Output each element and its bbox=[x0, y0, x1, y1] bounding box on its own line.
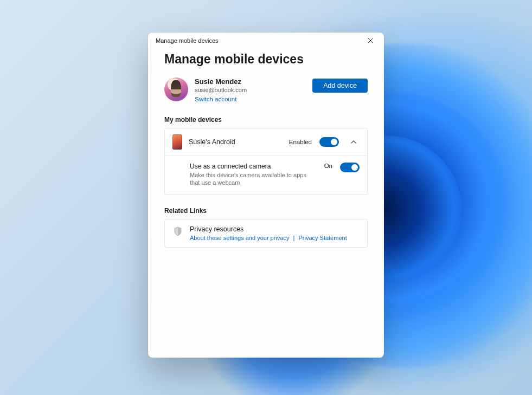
phone-icon bbox=[172, 134, 182, 150]
account-row: Susie Mendez susie@outlook.com Switch ac… bbox=[164, 77, 368, 105]
device-name: Susie's Android bbox=[189, 138, 283, 146]
account-email: susie@outlook.com bbox=[195, 86, 306, 94]
connected-camera-title: Use as a connected camera bbox=[190, 163, 312, 170]
account-name: Susie Mendez bbox=[195, 77, 306, 87]
add-device-button[interactable]: Add device bbox=[312, 79, 368, 93]
connected-camera-text: Use as a connected camera Make this devi… bbox=[190, 163, 318, 187]
related-links: About these settings and your privacy | … bbox=[190, 235, 347, 241]
device-status: Enabled bbox=[289, 139, 312, 145]
titlebar: Manage mobile devices bbox=[148, 33, 384, 49]
connected-camera-row: Use as a connected camera Make this devi… bbox=[165, 156, 367, 195]
section-label-related: Related Links bbox=[164, 207, 368, 215]
chevron-up-icon bbox=[350, 139, 357, 145]
related-card: Privacy resources About these settings a… bbox=[164, 219, 368, 248]
window-title: Manage mobile devices bbox=[156, 37, 362, 44]
collapse-button[interactable] bbox=[348, 136, 360, 148]
device-header-row[interactable]: Susie's Android Enabled bbox=[165, 128, 367, 156]
avatar bbox=[164, 77, 188, 101]
privacy-statement-link[interactable]: Privacy Statement bbox=[298, 235, 347, 241]
connected-camera-toggle[interactable] bbox=[340, 163, 360, 172]
connected-camera-desc: Make this device's camera available to a… bbox=[190, 171, 312, 187]
close-button[interactable] bbox=[362, 33, 379, 49]
account-info: Susie Mendez susie@outlook.com Switch ac… bbox=[195, 77, 306, 105]
link-separator: | bbox=[293, 235, 295, 241]
device-card: Susie's Android Enabled Use as a connect… bbox=[164, 128, 368, 195]
about-settings-link[interactable]: About these settings and your privacy bbox=[190, 235, 289, 241]
switch-account-link[interactable]: Switch account bbox=[195, 95, 306, 104]
section-label-devices: My mobile devices bbox=[164, 116, 368, 124]
device-enabled-toggle[interactable] bbox=[319, 137, 339, 147]
related-title: Privacy resources bbox=[190, 225, 347, 233]
manage-mobile-devices-dialog: Manage mobile devices Manage mobile devi… bbox=[148, 33, 384, 358]
connected-camera-status: On bbox=[324, 163, 332, 169]
page-title: Manage mobile devices bbox=[164, 52, 368, 67]
dialog-content: Manage mobile devices Susie Mendez susie… bbox=[148, 49, 384, 358]
close-icon bbox=[368, 38, 373, 43]
related-text: Privacy resources About these settings a… bbox=[190, 225, 347, 241]
shield-icon bbox=[172, 225, 183, 236]
